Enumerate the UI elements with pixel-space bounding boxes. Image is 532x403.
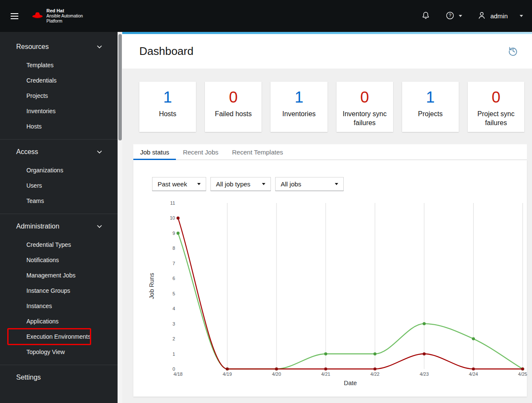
sidebar-scrollbar[interactable]: [118, 32, 122, 403]
sidebar-scrollbar-thumb[interactable]: [118, 34, 122, 140]
chart-point-failed-jobs[interactable]: [423, 352, 426, 355]
period-select[interactable]: Past week: [152, 177, 206, 191]
summary-card-projects: 1Projects: [402, 82, 459, 132]
summary-cards: 1Hosts0Failed hosts1Inventories0Inventor…: [139, 82, 524, 132]
chart-point-failed-jobs[interactable]: [521, 367, 524, 370]
job-filter-select[interactable]: All jobs: [275, 177, 344, 191]
caret-down-icon: [335, 183, 338, 185]
bell-icon: [421, 11, 430, 21]
sidebar-item-execution-environments[interactable]: Execution Environments: [0, 329, 118, 344]
svg-text:?: ?: [449, 13, 451, 18]
sidebar-item-hosts[interactable]: Hosts: [0, 119, 118, 134]
chart-filters: Past weekAll job typesAll jobs: [152, 177, 518, 191]
sidebar-item-applications[interactable]: Applications: [0, 314, 118, 329]
page-title: Dashboard: [139, 45, 193, 58]
tab-recent-jobs[interactable]: Recent Jobs: [176, 144, 225, 160]
sidebar-item-users[interactable]: Users: [0, 178, 118, 193]
summary-card-failed-hosts: 0Failed hosts: [205, 82, 262, 132]
chart-point-successful-jobs[interactable]: [374, 352, 377, 355]
period-select-value: Past week: [158, 180, 187, 188]
sidebar-item-topology-view[interactable]: Topology View: [0, 344, 118, 360]
sidebar-item-projects[interactable]: Projects: [0, 88, 118, 103]
chart-point-successful-jobs[interactable]: [423, 322, 426, 325]
x-tick-label: 4/21: [321, 372, 330, 377]
menu-icon: [11, 13, 18, 14]
card-value-project-sync-failures[interactable]: 0: [471, 89, 521, 106]
chevron-down-icon: [97, 43, 102, 51]
chart-point-successful-jobs[interactable]: [472, 337, 475, 340]
sidebar-item-organizations[interactable]: Organizations: [0, 163, 118, 178]
user-icon: [477, 11, 486, 21]
notifications-button[interactable]: [421, 11, 430, 21]
y-tick-label: 0: [173, 366, 175, 372]
username: admin: [490, 12, 508, 20]
tab-job-status[interactable]: Job status: [133, 144, 176, 160]
help-menu-button[interactable]: ?: [446, 11, 462, 21]
x-tick-label: 4/24: [469, 372, 478, 377]
sidebar-item-notifications[interactable]: Notifications: [0, 252, 118, 268]
sidebar-item-instance-groups[interactable]: Instance Groups: [0, 283, 118, 298]
summary-card-inventory-sync-failures: 0Inventory sync failures: [336, 82, 393, 132]
chevron-down-icon: [97, 223, 102, 230]
card-value-hosts[interactable]: 1: [143, 89, 193, 106]
sidebar-item-inventories[interactable]: Inventories: [0, 103, 118, 119]
card-value-failed-hosts[interactable]: 0: [208, 89, 258, 106]
y-tick-label: 9: [173, 231, 175, 236]
nav-section-label: Access: [16, 148, 38, 156]
job-type-select[interactable]: All job types: [210, 177, 271, 191]
main-content: Dashboard 1Hosts0Failed hosts1Inventorie…: [122, 32, 532, 403]
chart-line-failed-jobs: [178, 218, 523, 369]
sidebar-item-credentials[interactable]: Credentials: [0, 73, 118, 88]
chart-point-failed-jobs[interactable]: [176, 217, 179, 220]
chart-point-failed-jobs[interactable]: [226, 367, 229, 370]
caret-down-icon: [459, 15, 462, 17]
x-tick-label: 4/19: [223, 372, 232, 377]
chart-area: 012345678910114/184/194/204/214/224/234/…: [147, 198, 518, 395]
y-tick-label: 5: [173, 291, 175, 296]
sidebar-item-instances[interactable]: Instances: [0, 298, 118, 314]
redhat-logo-icon: [32, 11, 43, 20]
summary-card-hosts: 1Hosts: [139, 82, 196, 132]
job-status-card: Past weekAll job typesAll jobs 012345678…: [133, 160, 527, 397]
chevron-down-icon: [97, 148, 102, 156]
chart-point-failed-jobs[interactable]: [374, 367, 377, 370]
dashboard-tabs: Job statusRecent JobsRecent Templates: [133, 144, 527, 160]
job-status-chart[interactable]: 012345678910114/184/194/204/214/224/234/…: [147, 198, 530, 394]
nav-section-toggle-administration[interactable]: Administration: [0, 216, 118, 237]
card-value-projects[interactable]: 1: [405, 89, 455, 106]
chart-point-successful-jobs[interactable]: [176, 232, 179, 234]
sidebar-item-templates[interactable]: Templates: [0, 57, 118, 73]
nav-section-access: AccessOrganizationsUsersTeams: [0, 139, 118, 214]
y-tick-label: 8: [173, 246, 175, 251]
tab-recent-templates[interactable]: Recent Templates: [225, 144, 290, 160]
sidebar-item-management-jobs[interactable]: Management Jobs: [0, 268, 118, 283]
nav-section-toggle-settings[interactable]: Settings: [0, 367, 118, 388]
nav-section-toggle-resources[interactable]: Resources: [0, 36, 118, 57]
brand-logo[interactable]: Red Hat Ansible Automation Platform: [32, 8, 83, 24]
brand-line-3: Platform: [46, 19, 83, 24]
sidebar-item-credential-types[interactable]: Credential Types: [0, 237, 118, 252]
card-value-inventories[interactable]: 1: [274, 89, 324, 106]
card-value-inventory-sync-failures[interactable]: 0: [340, 89, 390, 106]
masthead: Red Hat Ansible Automation Platform ?: [0, 0, 532, 32]
x-tick-label: 4/20: [272, 372, 281, 377]
job-filter-select-value: All jobs: [281, 180, 301, 188]
y-tick-label: 10: [170, 215, 175, 220]
chart-point-successful-jobs[interactable]: [324, 352, 327, 355]
summary-card-inventories: 1Inventories: [270, 82, 327, 132]
nav-toggle-button[interactable]: [9, 11, 20, 21]
chart-point-failed-jobs[interactable]: [324, 367, 327, 370]
x-tick-label: 4/22: [371, 372, 380, 377]
sidebar-item-teams[interactable]: Teams: [0, 193, 118, 209]
card-label: Projects: [405, 109, 455, 119]
caret-down-icon: [197, 183, 201, 185]
user-menu-button[interactable]: admin: [477, 11, 523, 21]
nav-section-toggle-access[interactable]: Access: [0, 141, 118, 163]
history-button[interactable]: [506, 44, 520, 59]
chart-point-failed-jobs[interactable]: [275, 367, 278, 370]
y-tick-label: 6: [173, 276, 175, 281]
card-label: Failed hosts: [208, 109, 258, 119]
chart-point-failed-jobs[interactable]: [472, 367, 475, 370]
card-label: Inventories: [274, 109, 324, 119]
sidebar-navigation: ResourcesTemplatesCredentialsProjectsInv…: [0, 32, 122, 403]
